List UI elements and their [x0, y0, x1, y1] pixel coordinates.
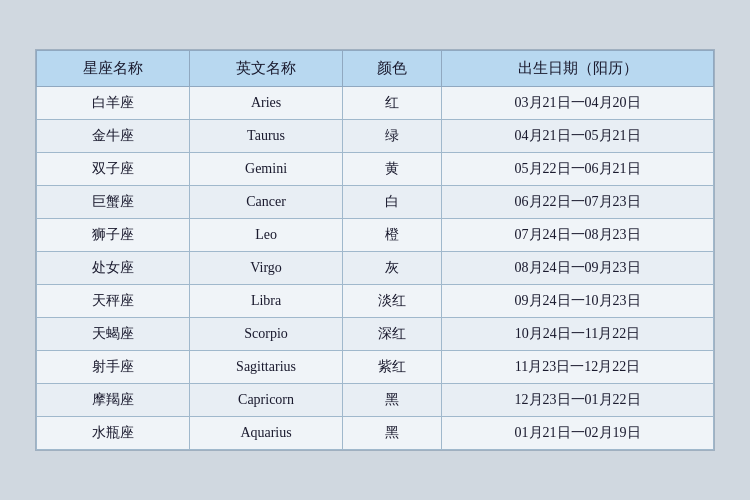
cell-color: 紫红 [343, 351, 442, 384]
cell-color: 黑 [343, 417, 442, 450]
table-row: 射手座Sagittarius紫红11月23日一12月22日 [37, 351, 714, 384]
cell-english-name: Taurus [190, 120, 343, 153]
cell-birth-dates: 07月24日一08月23日 [442, 219, 714, 252]
cell-chinese-name: 巨蟹座 [37, 186, 190, 219]
cell-birth-dates: 01月21日一02月19日 [442, 417, 714, 450]
cell-english-name: Gemini [190, 153, 343, 186]
table-row: 白羊座Aries红03月21日一04月20日 [37, 87, 714, 120]
cell-english-name: Aquarius [190, 417, 343, 450]
cell-english-name: Leo [190, 219, 343, 252]
cell-color: 绿 [343, 120, 442, 153]
cell-chinese-name: 天蝎座 [37, 318, 190, 351]
cell-birth-dates: 04月21日一05月21日 [442, 120, 714, 153]
cell-birth-dates: 08月24日一09月23日 [442, 252, 714, 285]
cell-chinese-name: 天秤座 [37, 285, 190, 318]
table-row: 双子座Gemini黄05月22日一06月21日 [37, 153, 714, 186]
zodiac-table: 星座名称 英文名称 颜色 出生日期（阳历） 白羊座Aries红03月21日一04… [36, 50, 714, 450]
table-header-row: 星座名称 英文名称 颜色 出生日期（阳历） [37, 51, 714, 87]
cell-birth-dates: 11月23日一12月22日 [442, 351, 714, 384]
header-chinese-name: 星座名称 [37, 51, 190, 87]
cell-color: 黑 [343, 384, 442, 417]
cell-chinese-name: 水瓶座 [37, 417, 190, 450]
cell-chinese-name: 白羊座 [37, 87, 190, 120]
cell-chinese-name: 双子座 [37, 153, 190, 186]
cell-english-name: Virgo [190, 252, 343, 285]
cell-english-name: Sagittarius [190, 351, 343, 384]
cell-chinese-name: 狮子座 [37, 219, 190, 252]
cell-birth-dates: 06月22日一07月23日 [442, 186, 714, 219]
cell-color: 深红 [343, 318, 442, 351]
cell-birth-dates: 09月24日一10月23日 [442, 285, 714, 318]
header-birth-date: 出生日期（阳历） [442, 51, 714, 87]
table-row: 金牛座Taurus绿04月21日一05月21日 [37, 120, 714, 153]
table-row: 水瓶座Aquarius黑01月21日一02月19日 [37, 417, 714, 450]
header-color: 颜色 [343, 51, 442, 87]
cell-birth-dates: 12月23日一01月22日 [442, 384, 714, 417]
cell-birth-dates: 05月22日一06月21日 [442, 153, 714, 186]
cell-color: 红 [343, 87, 442, 120]
table-row: 天秤座Libra淡红09月24日一10月23日 [37, 285, 714, 318]
cell-chinese-name: 金牛座 [37, 120, 190, 153]
zodiac-table-container: 星座名称 英文名称 颜色 出生日期（阳历） 白羊座Aries红03月21日一04… [35, 49, 715, 451]
cell-color: 黄 [343, 153, 442, 186]
cell-chinese-name: 射手座 [37, 351, 190, 384]
cell-english-name: Capricorn [190, 384, 343, 417]
cell-color: 橙 [343, 219, 442, 252]
table-row: 狮子座Leo橙07月24日一08月23日 [37, 219, 714, 252]
cell-chinese-name: 摩羯座 [37, 384, 190, 417]
cell-birth-dates: 10月24日一11月22日 [442, 318, 714, 351]
cell-chinese-name: 处女座 [37, 252, 190, 285]
cell-color: 灰 [343, 252, 442, 285]
header-english-name: 英文名称 [190, 51, 343, 87]
table-row: 摩羯座Capricorn黑12月23日一01月22日 [37, 384, 714, 417]
table-row: 处女座Virgo灰08月24日一09月23日 [37, 252, 714, 285]
table-row: 天蝎座Scorpio深红10月24日一11月22日 [37, 318, 714, 351]
cell-english-name: Libra [190, 285, 343, 318]
cell-english-name: Scorpio [190, 318, 343, 351]
table-row: 巨蟹座Cancer白06月22日一07月23日 [37, 186, 714, 219]
cell-birth-dates: 03月21日一04月20日 [442, 87, 714, 120]
cell-english-name: Cancer [190, 186, 343, 219]
table-body: 白羊座Aries红03月21日一04月20日金牛座Taurus绿04月21日一0… [37, 87, 714, 450]
cell-color: 白 [343, 186, 442, 219]
cell-english-name: Aries [190, 87, 343, 120]
cell-color: 淡红 [343, 285, 442, 318]
